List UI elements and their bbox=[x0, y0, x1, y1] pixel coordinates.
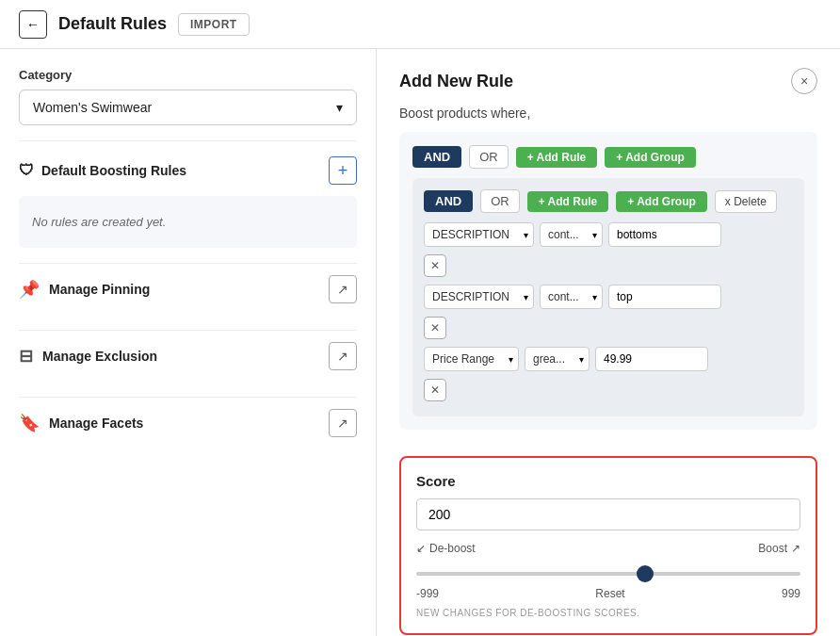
deboost-icon: ↙ bbox=[416, 542, 426, 555]
score-input[interactable] bbox=[416, 498, 800, 530]
outer-or-button[interactable]: OR bbox=[469, 145, 509, 169]
back-button[interactable]: ← bbox=[19, 10, 47, 39]
shield-icon: 🛡 bbox=[19, 162, 34, 179]
operator-select-2[interactable]: cont... bbox=[540, 285, 603, 309]
chevron-down-icon: ▾ bbox=[336, 100, 343, 115]
slider-min-label: -999 bbox=[416, 587, 439, 600]
sidebar: Category Women's Swimwear ▾ 🛡 Default Bo… bbox=[0, 49, 377, 636]
new-changes-note: NEW CHANGES FOR DE-BOOSTING SCORES. bbox=[416, 608, 800, 618]
exclusion-icon: ⊟ bbox=[19, 346, 33, 367]
delete-group-button[interactable]: x Delete bbox=[715, 190, 777, 213]
category-label: Category bbox=[19, 68, 357, 82]
manage-exclusion-button[interactable]: ↗ bbox=[329, 342, 357, 370]
category-value: Women's Swimwear bbox=[33, 100, 152, 115]
category-section: Category Women's Swimwear ▾ bbox=[19, 68, 357, 125]
value-input-2[interactable] bbox=[608, 285, 721, 309]
remove-rule-2-button[interactable]: ✕ bbox=[424, 317, 446, 339]
table-row: DESCRIPTION cont... bbox=[424, 285, 793, 309]
remove-row-2: ✕ bbox=[424, 317, 793, 339]
panel-header: Add New Rule × bbox=[377, 49, 840, 106]
inner-add-group-button[interactable]: + Add Group bbox=[616, 191, 707, 212]
inner-logic-row: AND OR + Add Rule + Add Group x Delete bbox=[424, 189, 793, 213]
slider-bottom: -999 Reset 999 bbox=[416, 587, 800, 600]
field-select-1[interactable]: DESCRIPTION bbox=[424, 222, 534, 247]
operator-select-3[interactable]: grea... bbox=[525, 347, 590, 371]
remove-row-3: ✕ bbox=[424, 379, 793, 401]
category-dropdown[interactable]: Women's Swimwear ▾ bbox=[19, 90, 357, 125]
add-boosting-rule-button[interactable]: + bbox=[329, 156, 357, 185]
back-icon: ← bbox=[26, 17, 40, 32]
external-link-icon: ↗ bbox=[337, 282, 348, 297]
sidebar-item-manage-pinning[interactable]: 📌 Manage Pinning ↗ bbox=[19, 263, 357, 315]
inner-or-button[interactable]: OR bbox=[480, 189, 520, 213]
operator-select-1[interactable]: cont... bbox=[540, 222, 603, 247]
field-select-3[interactable]: Price Range bbox=[424, 347, 519, 371]
inner-add-rule-button[interactable]: + Add Rule bbox=[527, 191, 609, 212]
boost-label: Boost ↗ bbox=[758, 542, 800, 555]
remove-rule-1-button[interactable]: ✕ bbox=[424, 254, 446, 277]
rules-header: 🛡 Default Boosting Rules + bbox=[19, 156, 357, 185]
close-button[interactable]: × bbox=[791, 68, 817, 94]
sidebar-item-manage-facets[interactable]: 🔖 Manage Facets ↗ bbox=[19, 397, 357, 448]
remove-row-1: ✕ bbox=[424, 254, 793, 277]
manage-facets-label: Manage Facets bbox=[49, 416, 143, 431]
slider-max-label: 999 bbox=[782, 587, 800, 600]
outer-add-rule-button[interactable]: + Add Rule bbox=[516, 147, 598, 168]
boost-intro: Boost products where, bbox=[399, 106, 817, 121]
inner-rule-group: AND OR + Add Rule + Add Group x Delete D… bbox=[412, 178, 804, 416]
table-row: Price Range grea... bbox=[424, 347, 793, 371]
slider-container bbox=[416, 563, 800, 579]
deboost-label: ↙ De-boost bbox=[416, 542, 476, 555]
field-select-wrapper-1: DESCRIPTION bbox=[424, 222, 534, 247]
main-layout: Category Women's Swimwear ▾ 🛡 Default Bo… bbox=[0, 49, 840, 636]
outer-logic-row: AND OR + Add Rule + Add Group bbox=[412, 145, 804, 169]
table-row: DESCRIPTION cont... bbox=[424, 222, 793, 247]
value-input-1[interactable] bbox=[608, 222, 721, 247]
sidebar-item-manage-exclusion[interactable]: ⊟ Manage Exclusion ↗ bbox=[19, 330, 357, 382]
inner-and-button[interactable]: AND bbox=[424, 190, 473, 212]
header: ← Default Rules IMPORT bbox=[0, 0, 840, 49]
value-input-3[interactable] bbox=[595, 347, 708, 371]
panel-title: Add New Rule bbox=[399, 72, 513, 91]
score-labels: ↙ De-boost Boost ↗ bbox=[416, 542, 800, 555]
manage-pinning-label: Manage Pinning bbox=[49, 282, 150, 297]
score-slider[interactable] bbox=[416, 572, 800, 576]
outer-and-button[interactable]: AND bbox=[412, 146, 461, 168]
field-select-wrapper-3: Price Range bbox=[424, 347, 519, 371]
field-select-wrapper-2: DESCRIPTION bbox=[424, 285, 534, 309]
outer-add-group-button[interactable]: + Add Group bbox=[605, 147, 696, 168]
external-link-icon: ↗ bbox=[337, 416, 348, 431]
panel-body: Boost products where, AND OR + Add Rule … bbox=[377, 106, 840, 445]
facets-icon: 🔖 bbox=[19, 413, 40, 433]
external-link-icon: ↗ bbox=[337, 349, 348, 364]
no-rules-message: No rules are created yet. bbox=[19, 196, 357, 248]
operator-select-wrapper-2: cont... bbox=[540, 285, 603, 309]
right-panel: Add New Rule × Boost products where, AND… bbox=[377, 49, 840, 636]
boost-icon: ↗ bbox=[791, 542, 800, 555]
import-button[interactable]: IMPORT bbox=[178, 13, 250, 36]
manage-exclusion-label: Manage Exclusion bbox=[42, 349, 157, 364]
page-title: Default Rules bbox=[58, 14, 167, 34]
pin-icon: 📌 bbox=[19, 279, 40, 300]
score-title: Score bbox=[416, 473, 800, 489]
rules-title: Default Boosting Rules bbox=[41, 163, 186, 178]
rules-title-group: 🛡 Default Boosting Rules bbox=[19, 162, 186, 179]
operator-select-wrapper-1: cont... bbox=[540, 222, 603, 247]
field-select-2[interactable]: DESCRIPTION bbox=[424, 285, 534, 309]
remove-rule-3-button[interactable]: ✕ bbox=[424, 379, 446, 401]
rule-area: AND OR + Add Rule + Add Group AND OR + A… bbox=[399, 132, 817, 430]
default-boosting-rules-section: 🛡 Default Boosting Rules + No rules are … bbox=[19, 140, 357, 248]
score-section: Score ↙ De-boost Boost ↗ -999 Reset 999 bbox=[399, 456, 817, 635]
operator-select-wrapper-3: grea... bbox=[525, 347, 590, 371]
manage-facets-button[interactable]: ↗ bbox=[329, 409, 357, 437]
reset-button[interactable]: Reset bbox=[595, 587, 624, 600]
manage-pinning-button[interactable]: ↗ bbox=[329, 275, 357, 303]
